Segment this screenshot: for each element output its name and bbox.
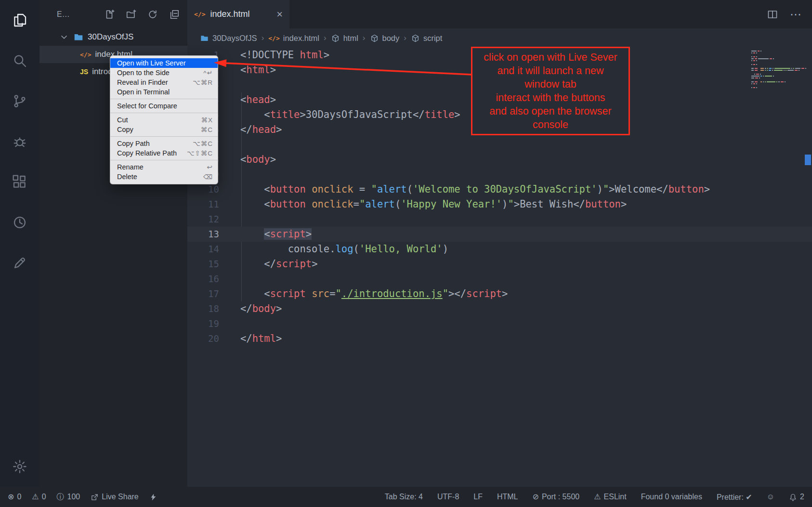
code-line-8[interactable]: 8<body>	[187, 152, 812, 167]
menu-item-label: Open to the Side	[117, 69, 170, 77]
menu-item-label: Rename	[117, 163, 144, 171]
activity-bar	[0, 0, 39, 487]
code-line-9[interactable]: 9	[187, 167, 812, 182]
settings-gear-icon[interactable]	[12, 459, 27, 474]
minimap-line	[751, 66, 799, 67]
refresh-icon[interactable]	[147, 9, 158, 20]
breadcrumb-index-html[interactable]: </>index.html	[268, 34, 319, 43]
explorer-header: E…	[39, 0, 187, 28]
split-editor-icon[interactable]	[767, 9, 778, 20]
minimap-line	[751, 81, 799, 82]
minimap[interactable]	[751, 51, 799, 89]
history-clock-icon[interactable]	[12, 215, 27, 230]
code-text: <title>30DaysOfJavaScript</title>	[219, 107, 460, 122]
line-number: 16	[187, 272, 219, 286]
menu-item-copy-relative-path[interactable]: Copy Relative Path⌥⇧⌘C	[110, 148, 218, 158]
menu-item-delete[interactable]: Delete⌫	[110, 172, 218, 182]
smiley-icon: ☺	[767, 493, 774, 501]
run-and-debug-icon[interactable]	[12, 134, 27, 149]
menu-item-reveal-in-finder[interactable]: Reveal in Finder⌥⌘R	[110, 78, 218, 87]
menu-item-open-with-live-server[interactable]: Open with Live Server	[110, 58, 218, 68]
edit-pencil-icon[interactable]	[12, 255, 27, 271]
line-number: 18	[187, 301, 219, 316]
menu-item-label: Copy	[117, 126, 133, 133]
menu-item-shortcut: ⌥⌘R	[193, 78, 213, 86]
code-line-17[interactable]: 17 <script src="./introduction.js"></scr…	[187, 286, 812, 301]
search-icon[interactable]	[12, 53, 27, 68]
status-problems-info[interactable]: ⓘ100	[57, 493, 80, 501]
breadcrumb-script[interactable]: script	[411, 34, 442, 43]
code-line-7[interactable]: 7	[187, 137, 812, 152]
minimap-line	[751, 76, 799, 77]
close-tab-icon[interactable]: ×	[276, 9, 283, 20]
extensions-icon[interactable]	[12, 174, 27, 190]
code-text: </html>	[219, 331, 282, 346]
folder-icon	[73, 32, 84, 42]
menu-item-rename[interactable]: Rename↩	[110, 162, 218, 172]
collapse-all-icon[interactable]	[169, 9, 180, 20]
folder-row-30daysofjs[interactable]: 30DaysOfJS	[39, 28, 187, 46]
status-live-share[interactable]: Live Share	[91, 493, 139, 501]
status-label: Live Share	[102, 493, 139, 501]
code-line-20[interactable]: 20</html>	[187, 331, 812, 346]
status-encoding[interactable]: UTF-8	[437, 493, 459, 501]
status-found-variables[interactable]: Found 0 variables	[641, 493, 702, 501]
code-line-13[interactable]: 13 <script>	[187, 227, 812, 242]
minimap-line	[751, 87, 799, 88]
code-line-11[interactable]: 11 <button onclick="alert('Happy New Yea…	[187, 197, 812, 212]
menu-item-label: Select for Compare	[117, 102, 177, 110]
code-text	[219, 78, 240, 92]
more-actions-icon[interactable]: ⋯	[790, 8, 802, 21]
explorer-icon[interactable]	[12, 13, 27, 28]
code-line-16[interactable]: 16	[187, 272, 812, 286]
breadcrumb-separator-icon: ›	[324, 33, 327, 43]
menu-item-shortcut: ⌘X	[201, 116, 213, 124]
status-eslint[interactable]: ⚠ESLint	[594, 493, 626, 501]
menu-item-cut[interactable]: Cut⌘X	[110, 115, 218, 125]
menu-item-open-in-terminal[interactable]: Open in Terminal	[110, 87, 218, 97]
html-file-icon: </>	[80, 51, 91, 58]
menu-item-copy[interactable]: Copy⌘C	[110, 125, 218, 134]
status-problems-errors[interactable]: ⊗0	[8, 493, 21, 501]
breadcrumb-html[interactable]: html	[331, 34, 358, 43]
status-live-server-port[interactable]: ⊘Port : 5500	[533, 493, 580, 501]
minimap-line	[751, 51, 799, 52]
source-control-icon[interactable]	[12, 93, 27, 109]
menu-item-copy-path[interactable]: Copy Path⌥⌘C	[110, 139, 218, 148]
code-line-14[interactable]: 14 console.log('Hello, World')	[187, 242, 812, 257]
code-text: <head>	[219, 92, 276, 107]
tab-index-html[interactable]: </> index.html ×	[187, 0, 289, 28]
code-line-10[interactable]: 10 <button onclick = "alert('Welcome to …	[187, 182, 812, 197]
breadcrumb-30daysofjs[interactable]: 30DaysOfJS	[200, 34, 257, 43]
menu-item-label: Open in Terminal	[117, 88, 170, 96]
tab-bar: </> index.html × ⋯	[187, 0, 812, 28]
menu-separator	[110, 99, 218, 99]
status-language-mode[interactable]: HTML	[497, 493, 518, 501]
status-problems-warnings[interactable]: ⚠0	[32, 493, 46, 501]
status-tab-size[interactable]: Tab Size: 4	[385, 493, 423, 501]
status-quick-actions[interactable]	[149, 493, 157, 501]
status-prettier[interactable]: Prettier: ✔	[717, 493, 752, 502]
status-label: 2	[800, 493, 804, 501]
status-notifications-bell[interactable]: 2	[789, 493, 804, 501]
minimap-line	[751, 79, 799, 80]
live-share-icon	[91, 493, 99, 501]
status-end-of-line[interactable]: LF	[473, 493, 483, 501]
code-line-12[interactable]: 12	[187, 212, 812, 227]
new-file-icon[interactable]	[104, 9, 115, 20]
menu-item-open-to-the-side[interactable]: Open to the Side^↵	[110, 68, 218, 78]
code-line-15[interactable]: 15 </script>	[187, 257, 812, 272]
code-text: console.log('Hello, World')	[219, 242, 448, 257]
cube-icon	[370, 34, 379, 43]
menu-separator	[110, 113, 218, 113]
menu-item-select-for-compare[interactable]: Select for Compare	[110, 101, 218, 111]
minimap-line	[751, 68, 799, 69]
code-line-19[interactable]: 19	[187, 316, 812, 331]
code-text	[219, 272, 240, 286]
activity-bar-top	[12, 13, 27, 271]
breadcrumb-body[interactable]: body	[370, 34, 400, 43]
code-line-18[interactable]: 18</body>	[187, 301, 812, 316]
new-folder-icon[interactable]	[126, 9, 136, 20]
annotation-line: and also open the browser	[475, 104, 626, 118]
status-feedback-smiley[interactable]: ☺	[767, 493, 774, 501]
